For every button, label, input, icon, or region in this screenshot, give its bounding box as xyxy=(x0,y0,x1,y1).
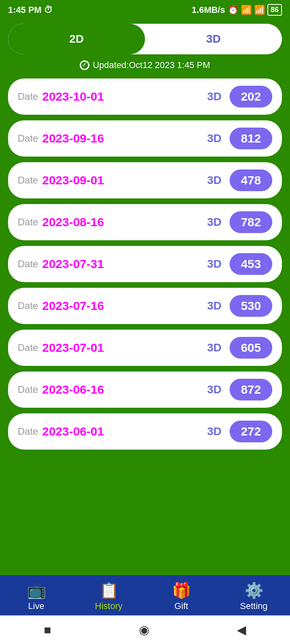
sys-square-btn[interactable]: ■ xyxy=(44,623,51,637)
result-row-7: Date 2023-06-16 3D 872 xyxy=(8,372,282,408)
result-row-5: Date 2023-07-16 3D 530 xyxy=(8,288,282,324)
type-3: 3D xyxy=(207,216,222,229)
network-speed: 1.6MB/s xyxy=(192,5,225,15)
sys-circle-btn[interactable]: ◉ xyxy=(139,623,149,637)
live-icon: 📺 xyxy=(27,582,46,599)
status-bar: 1:45 PM ⏱ 1.6MB/s ⏰ 📶 📶 86 xyxy=(0,0,290,20)
number-5: 530 xyxy=(230,295,272,317)
result-row-1: Date 2023-09-16 3D 812 xyxy=(8,120,282,157)
setting-icon: ⚙️ xyxy=(244,582,263,599)
history-icon: 📋 xyxy=(99,582,118,599)
alarm-icon: ⏰ xyxy=(228,5,238,15)
bottom-nav: 📺 Live 📋 History 🎁 Gift ⚙️ Setting xyxy=(0,575,290,615)
date-label-3: Date xyxy=(18,217,38,228)
nav-history[interactable]: 📋 History xyxy=(72,582,145,611)
type-0: 3D xyxy=(207,90,222,103)
date-value-2: 2023-09-01 xyxy=(42,173,203,187)
nav-gift-label: Gift xyxy=(174,601,188,611)
status-right: 1.6MB/s ⏰ 📶 📶 86 xyxy=(192,4,282,16)
number-6: 605 xyxy=(230,337,272,359)
result-row-4: Date 2023-07-31 3D 453 xyxy=(8,246,282,282)
tab-3d[interactable]: 3D xyxy=(145,24,282,54)
date-value-8: 2023-06-01 xyxy=(42,425,203,438)
status-left: 1:45 PM ⏱ xyxy=(8,5,53,15)
nav-live-label: Live xyxy=(28,601,44,611)
result-row-8: Date 2023-06-01 3D 272 xyxy=(8,413,282,450)
system-nav: ■ ◉ ◀ xyxy=(0,615,290,644)
updated-info: Updated:Oct12 2023 1:45 PM xyxy=(0,60,290,70)
type-2: 3D xyxy=(207,174,222,187)
number-8: 272 xyxy=(230,421,272,442)
date-label-4: Date xyxy=(18,258,38,270)
updated-text: Updated:Oct12 2023 1:45 PM xyxy=(93,60,210,70)
date-label-6: Date xyxy=(18,342,38,353)
type-8: 3D xyxy=(207,425,222,438)
type-6: 3D xyxy=(207,341,222,354)
check-icon xyxy=(80,60,89,70)
date-value-6: 2023-07-01 xyxy=(42,341,203,355)
type-4: 3D xyxy=(207,258,222,270)
nav-setting-label: Setting xyxy=(240,601,268,611)
nav-history-label: History xyxy=(95,601,122,611)
gift-icon: 🎁 xyxy=(172,582,191,599)
tab-row: 2D 3D xyxy=(8,24,282,54)
results-list: Date 2023-10-01 3D 202 Date 2023-09-16 3… xyxy=(0,74,290,575)
number-3: 782 xyxy=(230,211,272,233)
number-2: 478 xyxy=(230,169,272,191)
date-value-0: 2023-10-01 xyxy=(42,90,203,103)
nav-live[interactable]: 📺 Live xyxy=(0,582,72,611)
battery-indicator: 86 xyxy=(267,4,282,16)
signal-icon: 📶 xyxy=(241,5,252,15)
date-label-8: Date xyxy=(18,426,38,437)
type-1: 3D xyxy=(207,132,222,145)
type-5: 3D xyxy=(207,299,222,312)
date-value-5: 2023-07-16 xyxy=(42,299,203,313)
type-7: 3D xyxy=(207,383,222,396)
number-7: 872 xyxy=(230,379,272,400)
date-label-0: Date xyxy=(18,91,38,102)
date-value-4: 2023-07-31 xyxy=(42,257,203,271)
status-time: 1:45 PM xyxy=(8,5,41,15)
number-4: 453 xyxy=(230,253,272,275)
date-value-1: 2023-09-16 xyxy=(42,132,203,145)
result-row-3: Date 2023-08-16 3D 782 xyxy=(8,204,282,240)
number-1: 812 xyxy=(230,128,272,149)
date-label-2: Date xyxy=(18,175,38,186)
date-value-7: 2023-06-16 xyxy=(42,383,203,396)
result-row-2: Date 2023-09-01 3D 478 xyxy=(8,162,282,198)
date-value-3: 2023-08-16 xyxy=(42,215,203,229)
sys-back-btn[interactable]: ◀ xyxy=(237,623,246,637)
date-label-1: Date xyxy=(18,133,38,144)
date-label-7: Date xyxy=(18,384,38,395)
result-row-0: Date 2023-10-01 3D 202 xyxy=(8,78,282,115)
wifi-icon: 📶 xyxy=(254,5,265,15)
nav-gift[interactable]: 🎁 Gift xyxy=(145,582,218,611)
date-label-5: Date xyxy=(18,300,38,312)
tab-2d[interactable]: 2D xyxy=(8,24,145,54)
clock-icon: ⏱ xyxy=(44,5,53,15)
nav-setting[interactable]: ⚙️ Setting xyxy=(218,582,290,611)
result-row-6: Date 2023-07-01 3D 605 xyxy=(8,330,282,366)
number-0: 202 xyxy=(230,86,272,107)
